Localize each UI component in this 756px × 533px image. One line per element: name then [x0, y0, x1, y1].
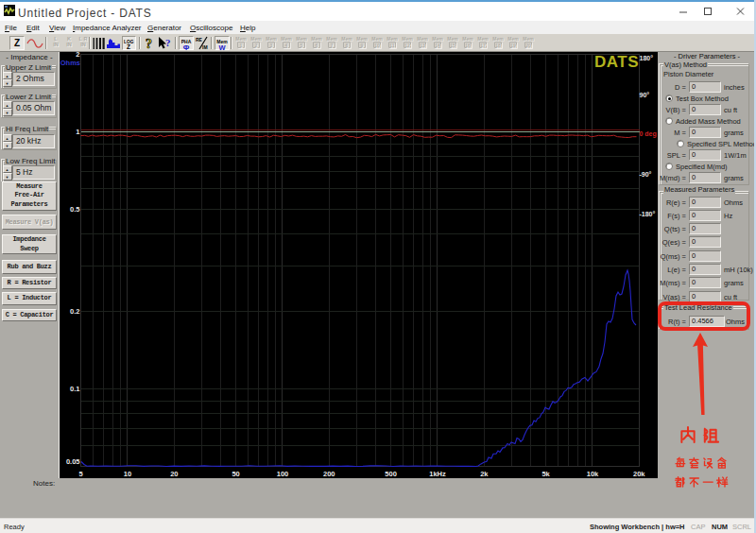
svg-text:Z: Z — [127, 43, 130, 50]
svg-text:5k: 5k — [541, 470, 550, 478]
svg-text:1kHz: 1kHz — [429, 470, 446, 478]
svg-text:90°: 90° — [640, 92, 650, 98]
svg-text:1: 1 — [76, 128, 79, 136]
svg-text:10: 10 — [124, 470, 131, 478]
svg-text:20: 20 — [170, 470, 178, 478]
svg-text:RE: RE — [196, 37, 203, 43]
svg-text:-90°: -90° — [640, 171, 652, 178]
svg-text:2k: 2k — [480, 470, 489, 478]
svg-text:?: ? — [146, 37, 152, 51]
svg-text:DATS: DATS — [594, 53, 639, 71]
svg-text:0.1: 0.1 — [70, 385, 79, 393]
svg-text:?: ? — [165, 37, 171, 48]
svg-text:0.05: 0.05 — [66, 457, 80, 466]
svg-text:20k: 20k — [633, 470, 645, 478]
svg-text:Φ: Φ — [183, 43, 190, 50]
svg-text:10k: 10k — [587, 470, 599, 478]
svg-text:IM: IM — [202, 44, 208, 50]
svg-text:5: 5 — [79, 470, 83, 478]
svg-text:Ohms: Ohms — [60, 59, 80, 67]
svg-text:50: 50 — [232, 470, 239, 478]
svg-text:180°: 180° — [640, 55, 654, 61]
svg-text:W: W — [218, 43, 226, 50]
svg-text:-180°: -180° — [640, 211, 656, 217]
svg-text:500: 500 — [385, 470, 397, 478]
svg-text:100: 100 — [277, 470, 289, 478]
svg-text:0 deg: 0 deg — [640, 130, 657, 138]
svg-text:200: 200 — [323, 470, 335, 478]
svg-text:0.2: 0.2 — [70, 307, 79, 316]
svg-text:0.5: 0.5 — [70, 205, 79, 214]
